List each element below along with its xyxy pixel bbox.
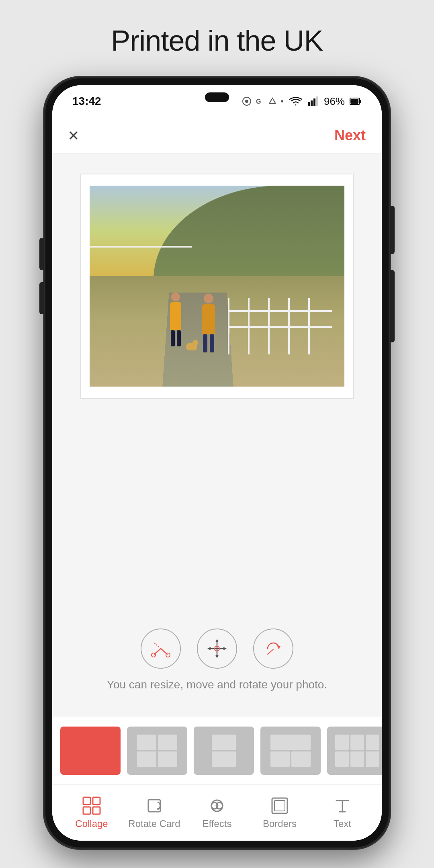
nav-item-rotate[interactable]: Rotate Card [123,796,186,829]
collage-2x2-option[interactable] [127,727,187,775]
rotate-nav-icon [145,796,164,815]
move-gesture-icon [197,628,237,669]
borders-nav-icon [270,796,289,815]
svg-text:G: G [256,98,261,105]
delta-icon [268,96,277,106]
phone-wrapper: 13:42 G • [44,77,390,849]
status-bar: 13:42 G • [52,85,382,117]
collage-nav-label: Collage [75,818,108,829]
svg-rect-34 [274,800,285,811]
text-nav-label: Text [334,818,351,829]
collage-mixed1-option[interactable] [260,727,321,775]
text-nav-icon [333,796,352,815]
svg-rect-8 [360,100,361,103]
bottom-navigation: Collage Rotate Card Effects [52,784,382,841]
rotate-gesture-icon [253,628,293,669]
phone-screen: 13:42 G • [52,85,382,841]
battery-icon [350,97,362,105]
effects-nav-label: Effects [203,818,232,829]
camera-notch [205,92,229,102]
gesture-area: You can resize, move and rotate your pho… [52,604,382,716]
svg-rect-25 [93,797,100,805]
rotate-nav-label: Rotate Card [128,818,180,829]
photo-image [90,186,344,387]
nav-item-borders[interactable]: Borders [248,796,311,829]
collage-3col-option[interactable] [327,727,382,775]
svg-marker-20 [223,647,227,650]
svg-marker-18 [215,655,219,658]
notification-icons: G • [242,96,284,106]
dot-indicator: • [280,96,284,106]
svg-rect-4 [311,100,313,106]
svg-point-13 [166,653,170,657]
svg-rect-3 [308,102,310,106]
svg-rect-9 [350,99,358,104]
svg-line-10 [154,649,161,654]
svg-marker-22 [277,646,280,649]
svg-point-12 [151,653,156,657]
svg-point-1 [245,100,248,103]
effects-nav-icon [208,796,226,815]
collage-nav-icon [82,796,101,815]
svg-marker-17 [215,639,219,642]
nav-item-effects[interactable]: Effects [186,796,248,829]
svg-rect-24 [83,797,90,805]
collage-options-bar [52,716,382,784]
signal-icon [308,96,319,106]
svg-marker-19 [207,647,211,650]
svg-line-23 [268,649,273,654]
svg-rect-28 [148,800,160,812]
canvas-area [52,154,382,604]
gesture-icons [141,628,293,669]
svg-rect-26 [83,807,90,814]
time-display: 13:42 [72,95,101,108]
svg-rect-27 [93,807,100,814]
volume-up-button [39,238,44,270]
svg-rect-5 [313,98,315,106]
nav-item-text[interactable]: Text [311,796,374,829]
svg-point-32 [216,802,223,809]
photo-card[interactable] [80,174,354,399]
svg-line-11 [161,649,167,654]
chrome-icon [242,96,252,106]
gesture-hint-text: You can resize, move and rotate your pho… [107,678,327,691]
app-header: × Next [52,117,382,154]
wifi-icon [289,96,303,106]
nav-item-collage[interactable]: Collage [60,796,123,829]
resize-gesture-icon [141,628,181,669]
collage-1x2-option[interactable] [194,727,254,775]
battery-percentage: 96% [324,95,345,108]
status-icons: G • [242,95,362,108]
collage-single-option[interactable] [60,727,121,775]
svg-point-30 [211,800,223,811]
svg-line-14 [154,643,161,649]
google-icon: G [255,96,264,106]
next-button[interactable]: Next [334,127,366,144]
svg-rect-6 [316,96,318,106]
close-button[interactable]: × [68,127,79,144]
page-title: Printed in the UK [111,24,323,57]
borders-nav-label: Borders [263,818,297,829]
volume-down-button [39,282,44,314]
